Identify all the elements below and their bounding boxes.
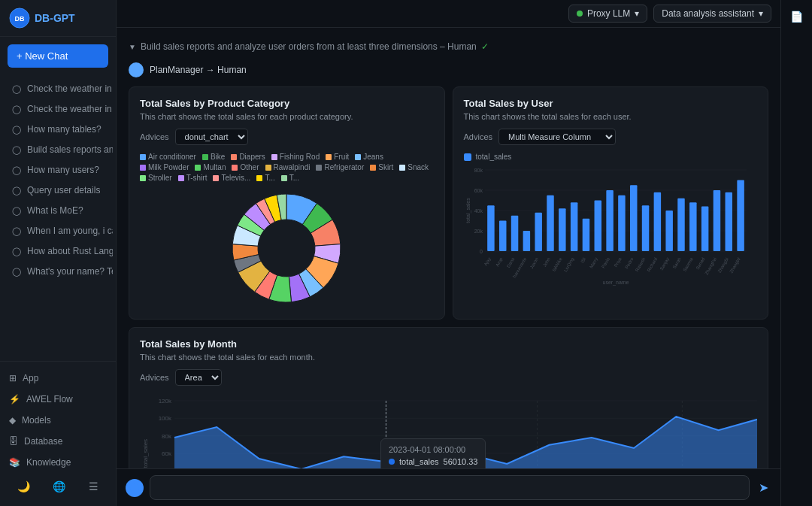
bar-chart-desc: This chart shows the total sales for eac… xyxy=(464,112,758,121)
donut-chart-desc: This chart shows the total sales for eac… xyxy=(140,112,434,121)
plan-label: PlanManager → Human xyxy=(150,65,247,75)
send-button[interactable]: ➤ xyxy=(756,477,771,498)
language-icon[interactable]: 🌐 xyxy=(50,477,68,495)
area-chart-type-select[interactable]: Area Line xyxy=(175,369,222,386)
svg-rect-22 xyxy=(547,195,553,251)
svg-rect-50 xyxy=(713,190,720,251)
main-panel: Proxy LLM ▾ Data analysis assistant ▾ ▼ … xyxy=(117,0,780,506)
chat-icon-4: ◯ xyxy=(12,165,21,175)
svg-rect-26 xyxy=(570,202,577,251)
sidebar-item-knowledge[interactable]: 📚 Knowledge xyxy=(0,452,116,473)
svg-text:Sarah: Sarah xyxy=(671,257,681,270)
bar-chart-svg: 020k40k60k80kAjayArupDanahanumanteJaxonJ… xyxy=(464,165,758,286)
sidebar-item-4[interactable]: ◯ How many users? xyxy=(3,160,113,180)
svg-point-80 xyxy=(130,483,139,492)
logo-area: DB DB-GPT xyxy=(0,0,116,37)
sidebar-item-models[interactable]: ◆ Models xyxy=(0,410,116,431)
area-chart-svg: 120k100k80k60k40k20k0AprilJulyOctobertot… xyxy=(140,393,757,468)
bar-chart-type-select[interactable]: Multi Measure Column Single Measure Colu… xyxy=(498,129,616,145)
svg-text:ISI: ISI xyxy=(580,256,586,264)
bar-advices-label: Advices xyxy=(464,132,493,141)
donut-chart-title: Total Sales by Product Category xyxy=(140,98,434,109)
sidebar-item-1[interactable]: ◯ Check the weather in xyxy=(3,99,113,119)
svg-text:Ajay: Ajay xyxy=(483,257,491,267)
svg-rect-36 xyxy=(629,185,636,251)
sidebar-item-app[interactable]: ⊞ App xyxy=(0,368,116,389)
donut-chart-svg xyxy=(226,188,347,308)
svg-text:Paula: Paula xyxy=(601,256,611,269)
topbar: Proxy LLM ▾ Data analysis assistant ▾ xyxy=(117,0,780,28)
sidebar-bottom: ⊞ App ⚡ AWEL Flow ◆ Models 🗄 Database 📚 … xyxy=(0,361,116,506)
bar-chart-wrap: 020k40k60k80kAjayArupDanahanumanteJaxonJ… xyxy=(464,165,758,286)
svg-text:total_sales: total_sales xyxy=(142,439,149,468)
new-chat-button[interactable]: + New Chat xyxy=(8,44,108,68)
svg-rect-16 xyxy=(511,216,517,251)
chat-icon-6: ◯ xyxy=(12,206,21,216)
history-list: ◯ Check the weather in ◯ Check the weath… xyxy=(0,75,116,361)
svg-rect-38 xyxy=(641,205,648,251)
sidebar-item-awel[interactable]: ⚡ AWEL Flow xyxy=(0,389,116,410)
bar-chart-title: Total Sales by User xyxy=(464,98,758,109)
sidebar-item-0[interactable]: ◯ Check the weather in xyxy=(3,79,113,98)
chat-icon-9: ◯ xyxy=(12,267,21,277)
document-icon[interactable]: 📄 xyxy=(786,6,807,27)
donut-chart-card: Total Sales by Product Category This cha… xyxy=(129,86,445,320)
svg-rect-42 xyxy=(665,211,672,251)
sidebar-item-9[interactable]: ◯ What's your name? Te xyxy=(3,262,113,281)
build-header: ▼ Build sales reports and analyze user o… xyxy=(129,35,768,58)
area-advices-row: Advices Area Line xyxy=(140,369,757,386)
donut-legend: Air conditionerBikeDiapersFishing RodFru… xyxy=(140,153,434,182)
models-icon: ◆ xyxy=(9,415,16,426)
svg-text:ZhangSi: ZhangSi xyxy=(717,257,729,274)
proxy-llm-select[interactable]: Proxy LLM ▾ xyxy=(568,5,647,23)
svg-text:40k: 40k xyxy=(474,208,483,214)
svg-text:Richard: Richard xyxy=(646,257,658,273)
svg-rect-32 xyxy=(606,190,613,251)
svg-text:LiuQing: LiuQing xyxy=(562,257,574,273)
sidebar: DB DB-GPT + New Chat ◯ Check the weather… xyxy=(0,0,117,506)
svg-text:total_sales: total_sales xyxy=(465,198,471,223)
chat-input[interactable] xyxy=(150,475,750,500)
svg-text:John: John xyxy=(542,257,551,268)
input-bar: ➤ xyxy=(117,468,780,506)
svg-text:Dana: Dana xyxy=(506,256,516,268)
svg-rect-44 xyxy=(677,198,684,251)
svg-text:Rakesh: Rakesh xyxy=(635,257,646,273)
assistant-select[interactable]: Data analysis assistant ▾ xyxy=(653,5,771,23)
db-gpt-logo-icon: DB xyxy=(9,8,30,29)
bar-legend-label: total_sales xyxy=(476,153,512,161)
svg-text:60k: 60k xyxy=(474,188,483,193)
charts-top-row: Total Sales by Product Category This cha… xyxy=(129,86,768,320)
sidebar-item-5[interactable]: ◯ Query user details xyxy=(3,180,113,200)
avatar-icon xyxy=(129,483,140,493)
area-chart-desc: This chart shows the total sales for eac… xyxy=(140,353,757,362)
svg-text:DB: DB xyxy=(15,15,25,23)
sidebar-item-8[interactable]: ◯ How about Rust Lang... xyxy=(3,241,113,261)
svg-rect-30 xyxy=(594,201,601,252)
sidebar-item-6[interactable]: ◯ What is MoE? xyxy=(3,201,113,220)
svg-text:100k: 100k xyxy=(159,415,172,422)
sidebar-bottom-controls: 🌙 🌐 ☰ xyxy=(0,473,116,500)
sidebar-item-3[interactable]: ◯ Build sales reports an xyxy=(3,140,113,159)
sidebar-item-7[interactable]: ◯ When I am young, i ca xyxy=(3,221,113,241)
svg-rect-18 xyxy=(523,231,529,251)
svg-rect-48 xyxy=(701,207,707,251)
chat-icon-8: ◯ xyxy=(12,247,21,256)
svg-text:80k: 80k xyxy=(162,433,172,440)
svg-text:takNike: takNike xyxy=(551,256,563,272)
donut-chart-type-select[interactable]: donut_chart bar_chart xyxy=(175,129,248,145)
svg-text:40k: 40k xyxy=(162,468,172,468)
menu-icon[interactable]: ☰ xyxy=(86,477,102,495)
sidebar-item-database[interactable]: 🗄 Database xyxy=(0,431,116,452)
svg-rect-12 xyxy=(487,205,494,251)
sidebar-item-2[interactable]: ◯ How many tables? xyxy=(3,120,113,139)
chevron-down-icon: ▾ xyxy=(635,8,639,19)
collapse-arrow[interactable]: ▼ xyxy=(129,43,136,51)
theme-toggle-icon[interactable]: 🌙 xyxy=(14,477,33,495)
chat-icon-7: ◯ xyxy=(12,226,21,236)
area-chart-title: Total Sales by Month xyxy=(140,338,757,350)
donut-advices-row: Advices donut_chart bar_chart xyxy=(140,129,434,145)
input-avatar xyxy=(126,479,144,497)
right-panel: 📄 xyxy=(780,0,812,506)
svg-text:80k: 80k xyxy=(474,168,483,173)
